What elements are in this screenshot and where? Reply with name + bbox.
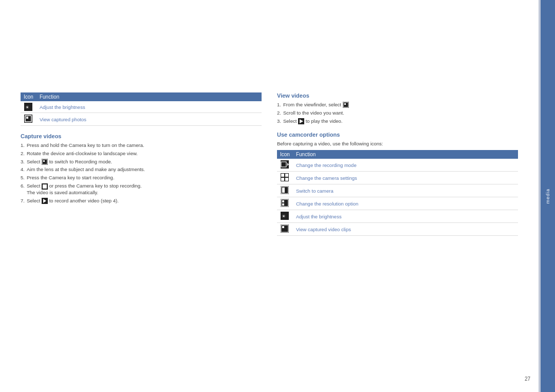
svg-rect-7 xyxy=(43,160,45,162)
svg-rect-14 xyxy=(344,103,346,105)
svg-rect-4 xyxy=(26,117,28,119)
camera-settings-function: Change the camera settings xyxy=(293,172,518,184)
icon-cell xyxy=(277,172,293,184)
side-tab-divider xyxy=(539,0,541,392)
camera-options-table: Icon Function ☀ Adjust th xyxy=(21,92,262,126)
camcorder-options-section: Use camcorder options Before capturing a… xyxy=(277,132,518,236)
table-row: Change the camera settings xyxy=(277,172,518,184)
svg-rect-36 xyxy=(282,226,284,228)
list-item: 7. Select to record another video (step … xyxy=(21,198,262,204)
svg-rect-28 xyxy=(281,199,289,207)
photos-function: View captured photos xyxy=(36,113,262,126)
svg-text:☀: ☀ xyxy=(25,105,29,110)
side-tab: media xyxy=(541,0,555,392)
video-clips-function: View captured video clips xyxy=(293,223,518,236)
two-columns: Icon Function ☀ Adjust th xyxy=(21,92,518,243)
svg-rect-22 xyxy=(285,174,288,177)
view-videos-section: View videos 1. From the viewfinder, sele… xyxy=(277,92,518,124)
view-videos-heading: View videos xyxy=(277,92,518,99)
camera-settings-icon xyxy=(281,177,289,182)
side-tab-label: media xyxy=(545,189,550,204)
table-row: View captured video clips xyxy=(277,223,518,236)
camcorder-options-heading: Use camcorder options xyxy=(277,132,518,138)
list-item: 2. Scroll to the video you want. xyxy=(277,110,518,117)
svg-rect-21 xyxy=(281,174,284,177)
svg-rect-9 xyxy=(43,184,47,189)
list-item: 1. From the viewfinder, select xyxy=(277,102,518,108)
svg-rect-24 xyxy=(285,178,288,181)
table-row: ☀ Adjust the brightness xyxy=(277,210,518,223)
svg-rect-34 xyxy=(281,225,289,233)
table-row: ☀ Adjust the brightness xyxy=(21,101,262,113)
brightness-function: Adjust the brightness xyxy=(36,101,262,113)
left-column: Icon Function ☀ Adjust th xyxy=(21,92,262,243)
page-number: 27 xyxy=(525,376,530,382)
brightness2-function: Adjust the brightness xyxy=(293,210,518,223)
table-row: Change the recording mode xyxy=(277,159,518,172)
icon-cell xyxy=(277,184,293,197)
switch-camera-function: Switch to camera xyxy=(293,184,518,197)
recording-mode-icon xyxy=(281,164,289,170)
icon-cell: ☀ xyxy=(21,101,36,113)
capture-videos-heading: Capture videos xyxy=(21,133,262,139)
brightness2-icon: ☀ xyxy=(281,215,289,221)
photos-icon xyxy=(24,118,32,124)
function-col-header: Function xyxy=(36,92,262,101)
icon-cell: ☀ xyxy=(277,210,293,223)
icon-col-header: Icon xyxy=(21,92,36,101)
icon-cell xyxy=(21,113,36,126)
icon-cell xyxy=(277,197,293,210)
table-row: Switch to camera xyxy=(277,184,518,197)
list-item: 5. Press the Camera key to start recordi… xyxy=(21,175,262,181)
list-item: 3. Select to play the video. xyxy=(277,118,518,125)
list-item: 3. Select to switch to Recording mode. xyxy=(21,159,262,165)
view-videos-list: 1. From the viewfinder, select 2. Scroll… xyxy=(277,102,518,124)
camcorder-options-table: Icon Function xyxy=(277,150,518,236)
camcorder-intro: Before capturing a video, use the follow… xyxy=(277,141,518,147)
capture-videos-list: 1. Press and hold the Camera key to turn… xyxy=(21,142,262,204)
list-item: 6. Select or press the Camera key to sto… xyxy=(21,183,262,196)
function-col-header: Function xyxy=(293,150,518,159)
resolution-function: Change the resolution option xyxy=(293,197,518,210)
svg-rect-27 xyxy=(282,188,285,193)
table-row: Change the resolution option xyxy=(277,197,518,210)
switch-camera-icon xyxy=(281,190,289,195)
list-item: 1. Press and hold the Camera key to turn… xyxy=(21,142,262,149)
content-area: Icon Function ☀ Adjust th xyxy=(0,0,539,392)
recording-mode-function: Change the recording mode xyxy=(293,159,518,172)
svg-rect-31 xyxy=(282,203,284,206)
list-item: 4. Aim the lens at the subject and make … xyxy=(21,166,262,173)
brightness-icon: ☀ xyxy=(24,103,32,111)
icon-col-header: Icon xyxy=(277,150,293,159)
video-clips-icon xyxy=(281,228,289,234)
svg-text:☀: ☀ xyxy=(282,214,286,219)
svg-rect-23 xyxy=(281,178,284,181)
resolution-icon xyxy=(281,202,289,208)
svg-rect-30 xyxy=(282,200,284,202)
right-column: View videos 1. From the viewfinder, sele… xyxy=(277,92,518,243)
icon-cell xyxy=(277,159,293,172)
capture-videos-section: Capture videos 1. Press and hold the Cam… xyxy=(21,133,262,204)
table-row: View captured photos xyxy=(21,113,262,126)
list-item: 2. Rotate the device anti-clockwise to l… xyxy=(21,151,262,157)
icon-cell xyxy=(277,223,293,236)
page-container: media Icon Function xyxy=(0,0,555,392)
